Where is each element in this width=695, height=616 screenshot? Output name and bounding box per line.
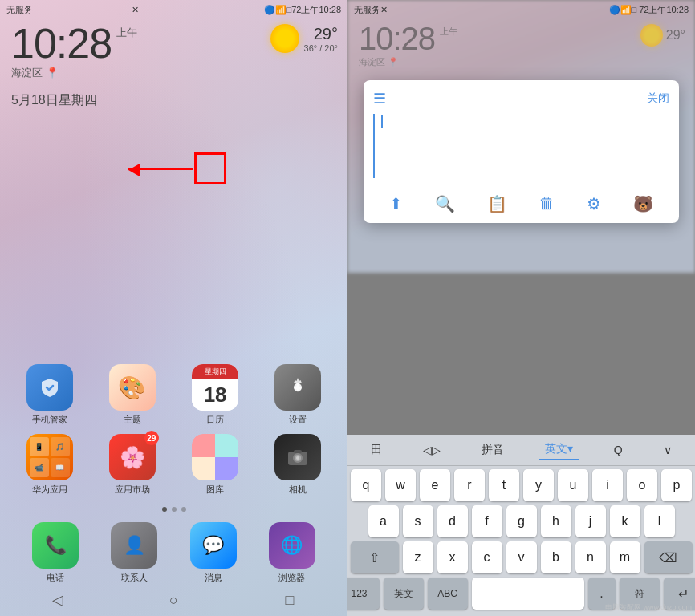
key-p[interactable]: p — [661, 469, 692, 501]
nav-recents[interactable]: □ — [280, 590, 299, 610]
key-l[interactable]: l — [644, 505, 675, 537]
key-j[interactable]: j — [575, 505, 606, 537]
key-shift[interactable]: ⇧ — [351, 541, 399, 573]
key-c[interactable]: c — [472, 541, 502, 573]
app-rili[interactable]: 星期四 18 日历 — [185, 364, 246, 426]
themes-flower: 🎨 — [109, 364, 156, 411]
key-123[interactable]: 123 — [348, 578, 380, 610]
keyboard-toolbar: 田 ◁▷ 拼音 英文▾ Q ∨ — [348, 435, 695, 466]
app-camera[interactable]: 相机 — [268, 434, 328, 496]
key-s[interactable]: s — [403, 505, 433, 537]
dock-contacts[interactable]: 👤 联系人 — [104, 522, 165, 584]
key-backspace[interactable]: ⌫ — [644, 541, 693, 573]
key-b[interactable]: b — [541, 541, 571, 573]
app-label-messages: 消息 — [205, 572, 222, 584]
app-label-contacts: 联系人 — [121, 572, 148, 584]
note-tool-share[interactable]: ⬆ — [389, 194, 403, 213]
key-lang[interactable]: 英文 — [384, 578, 424, 610]
key-q[interactable]: q — [351, 469, 381, 501]
note-close-button[interactable]: 关闭 — [647, 91, 669, 106]
key-v[interactable]: v — [506, 541, 537, 573]
weather-temps-left: 29° 36° / 20° — [304, 25, 338, 53]
note-tool-settings[interactable]: ⚙ — [587, 194, 601, 213]
red-box — [194, 152, 226, 184]
app-zhuti[interactable]: 🎨 主题 — [102, 364, 162, 426]
weather-right: 29° — [640, 24, 685, 47]
app-icon-camera — [274, 434, 321, 480]
bluetooth-right: 🔵 — [609, 5, 620, 15]
key-e[interactable]: e — [420, 469, 450, 501]
app-shezhi[interactable]: 设置 — [268, 364, 328, 426]
key-i[interactable]: i — [592, 469, 623, 501]
kb-tool-expand[interactable]: ∨ — [657, 441, 678, 459]
key-d[interactable]: d — [437, 505, 468, 537]
carrier-right: 无服务 — [354, 4, 380, 16]
note-content-area[interactable] — [373, 114, 669, 178]
note-popup: ☰ 关闭 ⬆ 🔍 📋 🗑 ⚙ 🐻 — [364, 80, 679, 223]
key-g[interactable]: g — [506, 505, 537, 537]
dock-messages[interactable]: 💬 消息 — [183, 522, 243, 584]
status-bar-right: 无服务 ✕ 🔵 📶 □ 72 上午10:28 — [348, 0, 695, 19]
kb-tool-search[interactable]: Q — [608, 441, 629, 459]
key-z[interactable]: z — [403, 541, 433, 573]
app-guanjia[interactable]: 手机管家 — [19, 364, 79, 426]
app-hw-apps[interactable]: 📱 🎵 📹 📖 华为应用 — [19, 434, 79, 496]
app-icon-browser: 🌐 — [269, 522, 315, 569]
app-label-gallery: 图库 — [206, 484, 224, 496]
right-phone: 无服务 ✕ 🔵 📶 □ 72 上午10:28 10:28 上午 海淀区 📍 29… — [348, 0, 695, 616]
key-a[interactable]: a — [368, 505, 399, 537]
note-tool-copy[interactable]: 📋 — [487, 194, 507, 213]
keyboard-rows: q w e r t y u i o p a s d f g h j k — [348, 466, 695, 616]
dock-browser[interactable]: 🌐 浏览器 — [262, 522, 322, 584]
clock-location-right: 海淀区 📍 — [359, 56, 435, 68]
dot-3 — [181, 507, 186, 512]
key-k[interactable]: k — [610, 505, 640, 537]
bottom-dock: 📞 电话 👤 联系人 💬 消息 🌐 浏览器 — [16, 522, 331, 584]
gallery-cell-3 — [192, 457, 215, 480]
note-header: ☰ 关闭 — [373, 90, 669, 107]
kb-tool-grid[interactable]: 田 — [364, 440, 388, 460]
dock-phone[interactable]: 📞 电话 — [26, 522, 86, 584]
gallery-cell-4 — [215, 457, 238, 480]
key-m[interactable]: m — [610, 541, 640, 573]
kb-tool-pinyin[interactable]: 拼音 — [475, 440, 510, 460]
battery-label: 72 — [291, 5, 301, 14]
gallery-grid — [192, 434, 238, 480]
hw-cell-1: 📱 — [30, 437, 49, 456]
key-f[interactable]: f — [472, 505, 502, 537]
key-o[interactable]: o — [627, 469, 657, 501]
note-tool-search[interactable]: 🔍 — [435, 194, 455, 213]
app-icon-hw-apps: 📱 🎵 📹 📖 — [26, 434, 73, 480]
svg-point-4 — [296, 456, 299, 460]
kb-tool-english[interactable]: 英文▾ — [539, 440, 579, 460]
note-tool-bear[interactable]: 🐻 — [633, 194, 653, 213]
status-bar-left: 无服务 ✕ 🔵 📶 □ 72 上午10:28 — [0, 0, 348, 19]
nav-back[interactable]: ◁ — [48, 590, 67, 610]
key-x[interactable]: x — [437, 541, 468, 573]
app-icon-gallery — [192, 434, 238, 480]
app-label-camera: 相机 — [289, 484, 307, 496]
note-tool-delete[interactable]: 🗑 — [539, 194, 555, 213]
key-abc[interactable]: ABC — [428, 578, 468, 610]
app-label-rili: 日历 — [206, 414, 224, 426]
weather-left: 29° 36° / 20° — [270, 24, 338, 53]
app-appstore[interactable]: 🌸 29 应用市场 — [102, 434, 162, 496]
app-gallery[interactable]: 图库 — [185, 434, 246, 496]
key-y[interactable]: y — [523, 469, 554, 501]
signal-icon: □ — [287, 5, 292, 14]
key-h[interactable]: h — [541, 505, 571, 537]
key-t[interactable]: t — [489, 469, 519, 501]
cal-day: 18 — [192, 379, 238, 411]
key-space[interactable] — [472, 578, 584, 610]
cal-weekday: 星期四 — [192, 364, 238, 379]
temp-main: 29° — [304, 25, 338, 43]
key-r[interactable]: r — [454, 469, 485, 501]
key-w[interactable]: w — [385, 469, 416, 501]
key-u[interactable]: u — [558, 469, 588, 501]
kb-tool-cursor[interactable]: ◁▷ — [417, 441, 447, 459]
note-menu-icon[interactable]: ☰ — [373, 90, 386, 107]
clock-location: 海淀区 📍 — [11, 66, 112, 80]
nav-home[interactable]: ○ — [164, 590, 183, 610]
arrow-annotation — [128, 152, 226, 184]
key-n[interactable]: n — [575, 541, 606, 573]
